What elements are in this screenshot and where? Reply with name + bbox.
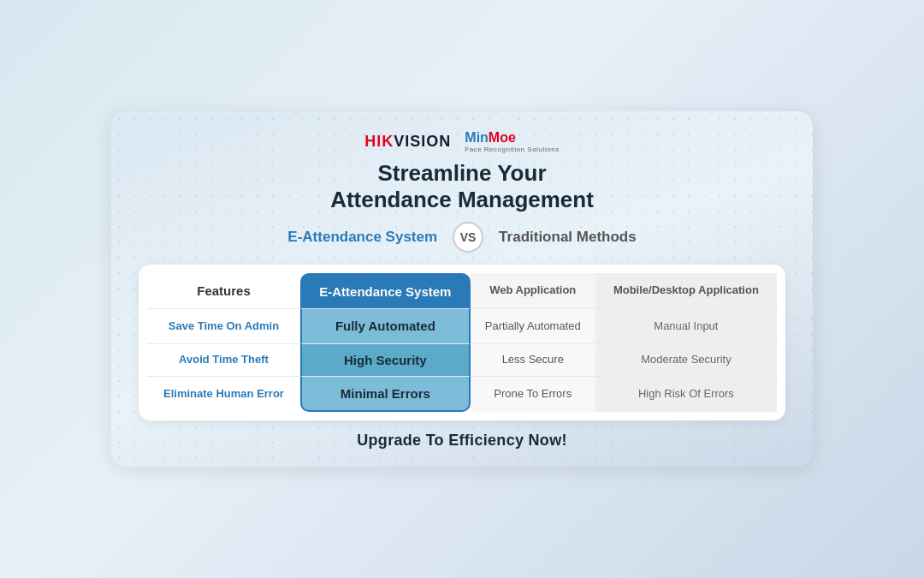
comparison-table: Features E-Attendance System Web Applica… bbox=[147, 273, 777, 413]
feature-save-time: Save Time On Admin bbox=[147, 308, 300, 343]
mobile-moderate-security: Moderate Security bbox=[595, 343, 777, 376]
logo-row: HIKVISION MinMoe Face Recognition Soluti… bbox=[139, 130, 785, 153]
header-features: Features bbox=[147, 273, 300, 309]
vs-circle: VS bbox=[453, 222, 483, 253]
title-line2: Attendance Management bbox=[139, 187, 785, 213]
vs-right-label: Traditional Methods bbox=[499, 229, 637, 246]
main-container: HIKVISION MinMoe Face Recognition Soluti… bbox=[111, 111, 813, 468]
table-row: Eliminate Human Error Minimal Errors Pro… bbox=[147, 376, 777, 413]
vs-left-label: E-Attendance System bbox=[287, 229, 437, 246]
web-prone-errors: Prone To Errors bbox=[471, 376, 595, 413]
min-label: Min bbox=[465, 130, 489, 145]
feature-avoid-theft: Avoid Time Theft bbox=[147, 343, 300, 376]
table-row: Save Time On Admin Fully Automated Parti… bbox=[147, 308, 777, 343]
header-e-attendance: E-Attendance System bbox=[300, 273, 471, 309]
eatt-high-security: High Security bbox=[300, 343, 471, 376]
hik-dark: VISION bbox=[394, 133, 451, 150]
web-less-secure: Less Secure bbox=[471, 343, 595, 376]
footer-text: Upgrade To Efficiency Now! bbox=[139, 432, 785, 450]
eatt-fully-automated: Fully Automated bbox=[300, 308, 471, 343]
feature-eliminate-error: Eliminate Human Error bbox=[147, 376, 300, 413]
header-web: Web Application bbox=[471, 273, 595, 309]
minmoe-logo: MinMoe Face Recognition Solutions bbox=[465, 130, 559, 153]
minmoe-sub: Face Recognition Solutions bbox=[465, 146, 559, 153]
table-row: Avoid Time Theft High Security Less Secu… bbox=[147, 343, 777, 376]
mobile-high-risk: High Risk Of Errors bbox=[595, 376, 777, 413]
title-line1: Streamline Your bbox=[139, 160, 785, 187]
eatt-minimal-errors: Minimal Errors bbox=[300, 376, 471, 413]
header-mobile: Mobile/Desktop Application bbox=[595, 273, 777, 309]
comparison-table-wrapper: Features E-Attendance System Web Applica… bbox=[139, 265, 785, 421]
web-partially-automated: Partially Automated bbox=[471, 308, 595, 343]
hikvision-logo: HIKVISION bbox=[364, 133, 451, 151]
table-header-row: Features E-Attendance System Web Applica… bbox=[147, 273, 777, 309]
hik-red: HIK bbox=[364, 133, 394, 150]
page-title: Streamline Your Attendance Management bbox=[139, 160, 785, 213]
mobile-manual-input: Manual Input bbox=[595, 308, 777, 343]
vs-row: E-Attendance System VS Traditional Metho… bbox=[139, 222, 785, 253]
moe-label: Moe bbox=[489, 130, 516, 145]
